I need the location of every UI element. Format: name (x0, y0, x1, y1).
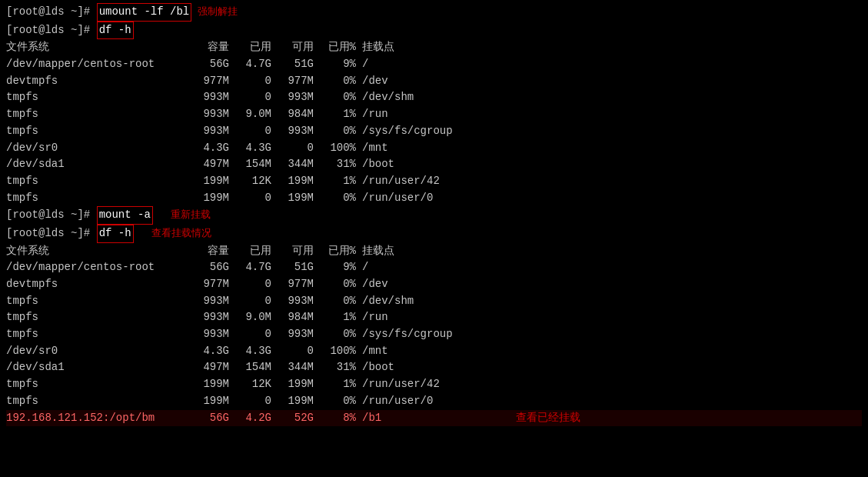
table-row: /dev/mapper/centos-root 56G 4.7G 51G 9% … (6, 56, 862, 73)
table-row: tmpfs 199M 12K 199M 1% /run/user/42 (6, 376, 862, 393)
table-row: tmpfs 993M 0 993M 0% /dev/shm (6, 89, 862, 106)
mount-a-cmd: mount -a (97, 206, 153, 225)
table-row: tmpfs 993M 0 993M 0% /sys/fs/cgroup (6, 123, 862, 140)
umount-line: [root@lds ~]# umount -lf /bl强制解挂 (6, 3, 862, 22)
df-header-2: 文件系统 容量 已用 可用 已用% 挂载点 (6, 243, 862, 260)
table-row: tmpfs 993M 9.0M 984M 1% /run (6, 106, 862, 123)
prompt-1: [root@lds ~]# (6, 4, 97, 21)
df-last-row: 192.168.121.152:/opt/bm 56G 4.2G 52G 8% … (6, 410, 862, 427)
df-h-cmd-1: df -h (97, 22, 134, 40)
table-row: devtmpfs 977M 0 977M 0% /dev (6, 276, 862, 293)
table-row: tmpfs 199M 0 199M 0% /run/user/0 (6, 393, 862, 410)
prompt-2: [root@lds ~]# (6, 22, 97, 39)
mount-a-line: [root@lds ~]# mount -a 重新挂载 (6, 206, 862, 225)
prompt-4: [root@lds ~]# (6, 225, 97, 242)
table-row: tmpfs 199M 0 199M 0% /run/user/0 (6, 190, 862, 207)
df-h-line-2: [root@lds ~]# df -h 查看挂载情况 (6, 225, 862, 243)
table-row: /dev/sr0 4.3G 4.3G 0 100% /mnt (6, 343, 862, 360)
table-row: /dev/sda1 497M 154M 344M 31% /boot (6, 156, 862, 173)
terminal: [root@lds ~]# umount -lf /bl强制解挂 [root@l… (6, 3, 862, 426)
df-header-1: 文件系统 容量 已用 可用 已用% 挂载点 (6, 39, 862, 56)
umount-cmd: umount -lf /bl (97, 3, 192, 22)
table-row: tmpfs 993M 0 993M 0% /dev/shm (6, 293, 862, 310)
df-h-line-1: [root@lds ~]# df -h (6, 22, 862, 40)
umount-annotation: 强制解挂 (198, 5, 238, 20)
table-row: /dev/sda1 497M 154M 344M 31% /boot (6, 359, 862, 376)
df-h-annotation: 查看挂载情况 (140, 226, 212, 242)
df-table-1: /dev/mapper/centos-root 56G 4.7G 51G 9% … (6, 56, 862, 206)
table-row: tmpfs 199M 12K 199M 1% /run/user/42 (6, 173, 862, 190)
df-h-cmd-2: df -h (97, 225, 134, 243)
mount-a-annotation: 重新挂载 (159, 208, 211, 223)
df-table-2: /dev/mapper/centos-root 56G 4.7G 51G 9% … (6, 259, 862, 409)
table-row: devtmpfs 977M 0 977M 0% /dev (6, 73, 862, 90)
table-row: /dev/sr0 4.3G 4.3G 0 100% /mnt (6, 140, 862, 157)
prompt-3: [root@lds ~]# (6, 207, 97, 224)
table-row: 192.168.121.152:/opt/bm 56G 4.2G 52G 8% … (6, 410, 862, 427)
table-row: /dev/mapper/centos-root 56G 4.7G 51G 9% … (6, 259, 862, 276)
table-row: tmpfs 993M 0 993M 0% /sys/fs/cgroup (6, 326, 862, 343)
table-row: tmpfs 993M 9.0M 984M 1% /run (6, 309, 862, 326)
